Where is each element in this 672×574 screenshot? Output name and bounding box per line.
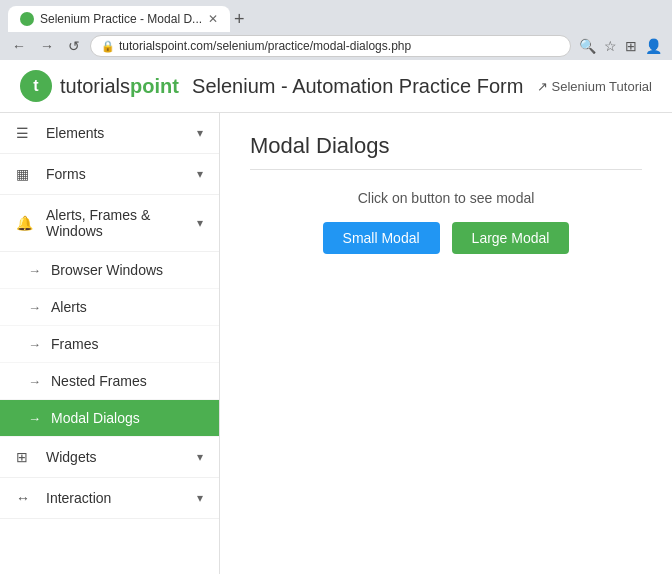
sidebar-item-elements[interactable]: ☰ Elements ▾ [0,113,219,154]
arrow-right-icon: → [28,374,41,389]
reload-button[interactable]: ↺ [64,36,84,56]
tutorial-link[interactable]: ↗ Selenium Tutorial [537,79,652,94]
sidebar-label-browser-windows: Browser Windows [51,262,163,278]
chevron-down-icon: ▾ [197,167,203,181]
browser-tab[interactable]: Selenium Practice - Modal D... ✕ [8,6,230,32]
modal-buttons-group: Small Modal Large Modal [250,222,642,254]
small-modal-button[interactable]: Small Modal [323,222,440,254]
sidebar-label-alerts-sub: Alerts [51,299,87,315]
tab-favicon [20,12,34,26]
sidebar-label-interaction: Interaction [46,490,197,506]
back-button[interactable]: ← [8,36,30,56]
chevron-down-icon: ▾ [197,216,203,230]
sidebar: ☰ Elements ▾ ▦ Forms ▾ 🔔 Alerts, Frames … [0,113,220,574]
logo-letter: t [33,77,38,95]
tutorial-link-text: Selenium Tutorial [552,79,652,94]
arrow-right-icon: → [28,411,41,426]
bookmark-icon[interactable]: ☆ [602,36,619,56]
address-bar[interactable]: 🔒 tutorialspoint.com/selenium/practice/m… [90,35,571,57]
logo[interactable]: t tutorialspoint [20,70,179,102]
alerts-icon: 🔔 [16,215,36,231]
sidebar-item-alerts-frames-windows[interactable]: 🔔 Alerts, Frames & Windows ▾ [0,195,219,252]
sidebar-item-frames[interactable]: → Frames [0,326,219,363]
forms-icon: ▦ [16,166,36,182]
sidebar-label-modal-dialogs: Modal Dialogs [51,410,140,426]
sidebar-item-nested-frames[interactable]: → Nested Frames [0,363,219,400]
profile-icon[interactable]: 👤 [643,36,664,56]
arrow-right-icon: → [28,337,41,352]
arrow-right-icon: → [28,263,41,278]
sidebar-item-modal-dialogs[interactable]: → Modal Dialogs [0,400,219,437]
main-section-title: Modal Dialogs [250,133,642,170]
sidebar-item-alerts[interactable]: → Alerts [0,289,219,326]
interaction-icon: ↔ [16,490,36,506]
sidebar-label-elements: Elements [46,125,197,141]
chevron-down-icon: ▾ [197,491,203,505]
sidebar-label-widgets: Widgets [46,449,197,465]
url-text: tutorialspoint.com/selenium/practice/mod… [119,39,411,53]
logo-text-plain: tutorials [60,75,130,97]
tab-close-icon[interactable]: ✕ [208,12,218,26]
page-title: Selenium - Automation Practice Form [179,75,537,98]
widgets-icon: ⊞ [16,449,36,465]
main-content: Modal Dialogs Click on button to see mod… [220,113,672,574]
elements-icon: ☰ [16,125,36,141]
sidebar-label-frames: Frames [51,336,98,352]
logo-icon: t [20,70,52,102]
sidebar-item-widgets[interactable]: ⊞ Widgets ▾ [0,437,219,478]
sidebar-item-browser-windows[interactable]: → Browser Windows [0,252,219,289]
large-modal-button[interactable]: Large Modal [452,222,570,254]
logo-text: tutorialspoint [60,75,179,98]
chevron-down-icon: ▾ [197,126,203,140]
modal-instruction: Click on button to see modal [250,190,642,206]
tab-title: Selenium Practice - Modal D... [40,12,202,26]
extensions-icon[interactable]: ⊞ [623,36,639,56]
page-header: t tutorialspoint Selenium - Automation P… [0,60,672,113]
sidebar-label-alerts: Alerts, Frames & Windows [46,207,197,239]
url-lock-icon: 🔒 [101,40,115,53]
sidebar-item-forms[interactable]: ▦ Forms ▾ [0,154,219,195]
forward-button[interactable]: → [36,36,58,56]
chevron-down-icon: ▾ [197,450,203,464]
new-tab-button[interactable]: + [234,10,245,28]
external-link-icon: ↗ [537,79,548,94]
logo-text-accent: point [130,75,179,97]
sidebar-label-forms: Forms [46,166,197,182]
sidebar-item-interaction[interactable]: ↔ Interaction ▾ [0,478,219,519]
sidebar-label-nested-frames: Nested Frames [51,373,147,389]
content-area: ☰ Elements ▾ ▦ Forms ▾ 🔔 Alerts, Frames … [0,113,672,574]
search-icon[interactable]: 🔍 [577,36,598,56]
arrow-right-icon: → [28,300,41,315]
